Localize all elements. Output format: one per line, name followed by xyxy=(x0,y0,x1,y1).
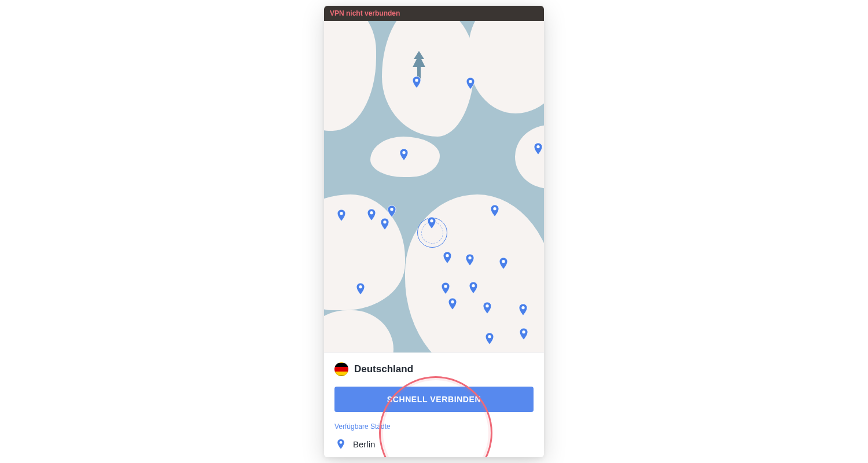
city-row[interactable]: Berlin xyxy=(324,434,544,457)
server-pin[interactable] xyxy=(469,281,478,294)
server-pin[interactable] xyxy=(337,209,346,222)
server-pin[interactable] xyxy=(399,148,409,161)
server-pin[interactable] xyxy=(534,142,543,155)
svg-point-12 xyxy=(502,260,505,263)
server-pin[interactable] xyxy=(441,282,450,295)
svg-point-2 xyxy=(402,151,405,154)
svg-point-14 xyxy=(444,285,447,288)
server-pin[interactable] xyxy=(466,77,475,90)
svg-point-8 xyxy=(430,219,433,222)
server-pin[interactable] xyxy=(485,332,494,345)
server-pin[interactable] xyxy=(356,282,365,295)
svg-point-7 xyxy=(383,221,386,223)
server-pin[interactable] xyxy=(499,257,508,270)
svg-point-13 xyxy=(359,285,362,288)
available-cities-header: Verfügbare Städte xyxy=(324,418,544,434)
connection-status-text: VPN nicht verbunden xyxy=(330,9,400,17)
vpn-app-window: VPN nicht verbunden xyxy=(324,6,544,457)
server-pin[interactable] xyxy=(519,328,528,340)
svg-point-17 xyxy=(486,304,488,307)
svg-point-11 xyxy=(468,256,471,259)
server-pin[interactable] xyxy=(448,297,457,310)
svg-point-0 xyxy=(415,79,418,82)
location-pin-icon xyxy=(337,439,345,449)
server-pin[interactable] xyxy=(367,208,376,221)
svg-point-15 xyxy=(472,284,475,287)
server-pin[interactable] xyxy=(465,253,475,266)
server-pin[interactable] xyxy=(412,76,421,89)
server-pin[interactable] xyxy=(427,216,436,229)
selected-country-row[interactable]: Deutschland xyxy=(324,353,544,380)
svg-point-4 xyxy=(340,212,343,215)
status-bar: VPN nicht verbunden xyxy=(324,6,544,21)
server-map[interactable] xyxy=(324,21,544,361)
city-name: Berlin xyxy=(353,439,375,449)
svg-point-19 xyxy=(488,335,491,338)
server-pin[interactable] xyxy=(483,302,492,314)
svg-point-10 xyxy=(446,254,448,257)
server-pin[interactable] xyxy=(387,205,396,218)
svg-point-6 xyxy=(390,208,393,211)
connection-panel: Deutschland SCHNELL VERBINDEN Verfügbare… xyxy=(324,352,544,457)
server-pin[interactable] xyxy=(443,251,452,264)
svg-point-3 xyxy=(536,145,539,148)
svg-point-16 xyxy=(451,300,454,303)
svg-point-5 xyxy=(370,211,373,214)
server-pin[interactable] xyxy=(490,204,499,217)
selected-country-label: Deutschland xyxy=(354,363,413,375)
svg-point-9 xyxy=(493,207,496,210)
svg-point-21 xyxy=(340,441,343,444)
svg-point-1 xyxy=(469,80,472,83)
svg-point-20 xyxy=(522,330,525,333)
server-pin[interactable] xyxy=(380,218,389,230)
svg-point-18 xyxy=(521,306,524,309)
server-pin[interactable] xyxy=(518,303,528,316)
germany-flag-icon xyxy=(334,362,348,376)
quick-connect-button[interactable]: SCHNELL VERBINDEN xyxy=(334,387,534,412)
